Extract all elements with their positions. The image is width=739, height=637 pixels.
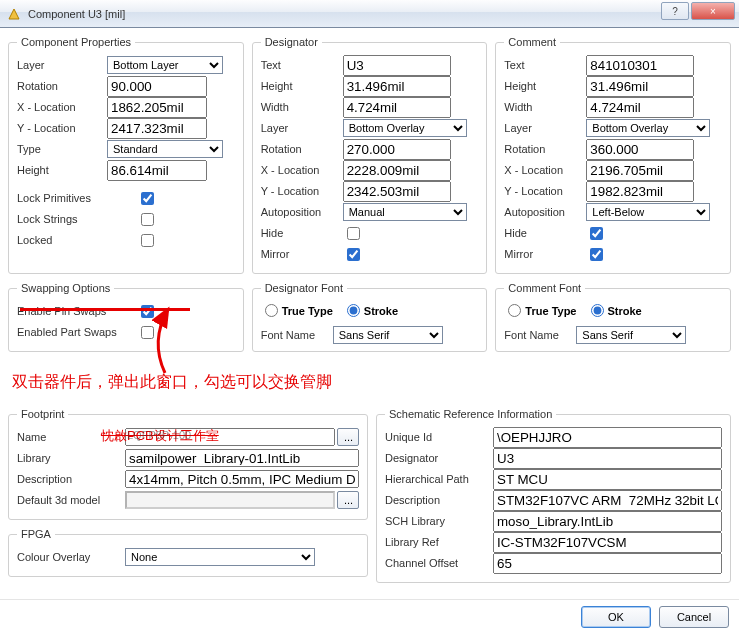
enabled-part-swaps-label: Enabled Part Swaps — [17, 326, 137, 338]
comm-autopos-label: Autoposition — [504, 206, 586, 218]
comm-text-label: Text — [504, 59, 586, 71]
enabled-part-swaps-checkbox[interactable] — [141, 326, 154, 339]
comment-font-legend: Comment Font — [504, 282, 585, 294]
component-properties-legend: Component Properties — [17, 36, 135, 48]
fp-name-browse-button[interactable]: ... — [337, 428, 359, 446]
colour-overlay-select[interactable]: None — [125, 548, 315, 566]
desfont-fontname-select[interactable]: Sans Serif — [333, 326, 443, 344]
desfont-stroke-radio[interactable] — [347, 304, 360, 317]
comm-width-input[interactable] — [586, 97, 694, 118]
schref-description-label: Description — [385, 494, 493, 506]
commfont-truetype-radio[interactable] — [508, 304, 521, 317]
des-hide-checkbox[interactable] — [347, 227, 360, 240]
fpga-group: FPGA Colour Overlay None — [8, 528, 368, 577]
des-rotation-input[interactable] — [343, 139, 451, 160]
rotation-input[interactable] — [107, 76, 207, 97]
lock-strings-label: Lock Strings — [17, 213, 137, 225]
xloc-input[interactable] — [107, 97, 207, 118]
comm-yloc-label: Y - Location — [504, 185, 586, 197]
schref-designator-input[interactable] — [493, 448, 722, 469]
layer-label: Layer — [17, 59, 107, 71]
schlib-input[interactable] — [493, 511, 722, 532]
des-xloc-input[interactable] — [343, 160, 451, 181]
fp-library-label: Library — [17, 452, 125, 464]
comm-yloc-input[interactable] — [586, 181, 694, 202]
fp-description-label: Description — [17, 473, 125, 485]
type-select[interactable]: Standard — [107, 140, 223, 158]
des-height-label: Height — [261, 80, 343, 92]
yloc-label: Y - Location — [17, 122, 107, 134]
desfont-fontname-label: Font Name — [261, 329, 333, 341]
comm-autopos-select[interactable]: Left-Below — [586, 203, 710, 221]
des-width-label: Width — [261, 101, 343, 113]
des-autopos-label: Autoposition — [261, 206, 343, 218]
hierpath-input[interactable] — [493, 469, 722, 490]
titlebar: Component U3 [mil] ? × — [0, 0, 739, 28]
commfont-truetype-radio-label[interactable]: True Type — [508, 304, 576, 317]
height-label: Height — [17, 164, 107, 176]
comment-font-group: Comment Font True Type Stroke Font Name … — [495, 282, 731, 352]
des-text-input[interactable] — [343, 55, 451, 76]
libref-input[interactable] — [493, 532, 722, 553]
des-yloc-label: Y - Location — [261, 185, 343, 197]
enable-pin-swaps-label: Enable Pin Swaps — [17, 305, 137, 317]
comm-mirror-checkbox[interactable] — [590, 248, 603, 261]
comment-group: Comment Text Height Width Layer Bottom O… — [495, 36, 731, 274]
comm-text-input[interactable] — [586, 55, 694, 76]
ok-button[interactable]: OK — [581, 606, 651, 628]
comm-layer-select[interactable]: Bottom Overlay — [586, 119, 710, 137]
lock-strings-checkbox[interactable] — [141, 213, 154, 226]
colour-overlay-label: Colour Overlay — [17, 551, 125, 563]
component-properties-group: Component Properties Layer Bottom Layer … — [8, 36, 244, 274]
cancel-button[interactable]: Cancel — [659, 606, 729, 628]
locked-checkbox[interactable] — [141, 234, 154, 247]
yloc-input[interactable] — [107, 118, 207, 139]
fp-name-input[interactable] — [125, 428, 335, 446]
hierpath-label: Hierarchical Path — [385, 473, 493, 485]
comm-height-input[interactable] — [586, 76, 694, 97]
channeloffset-input[interactable] — [493, 553, 722, 574]
enable-pin-swaps-checkbox[interactable] — [141, 305, 154, 318]
uniqueid-input[interactable] — [493, 427, 722, 448]
commfont-fontname-select[interactable]: Sans Serif — [576, 326, 686, 344]
des-xloc-label: X - Location — [261, 164, 343, 176]
des-autopos-select[interactable]: Manual — [343, 203, 467, 221]
comm-xloc-label: X - Location — [504, 164, 586, 176]
schref-description-input[interactable] — [493, 490, 722, 511]
comm-hide-checkbox[interactable] — [590, 227, 603, 240]
fpga-legend: FPGA — [17, 528, 55, 540]
designator-font-group: Designator Font True Type Stroke Font Na… — [252, 282, 488, 352]
comm-rotation-input[interactable] — [586, 139, 694, 160]
des-width-input[interactable] — [343, 97, 451, 118]
close-button[interactable]: × — [691, 2, 735, 20]
comm-mirror-label: Mirror — [504, 248, 586, 260]
desfont-stroke-radio-label[interactable]: Stroke — [347, 304, 398, 317]
fp-default3d-label: Default 3d model — [17, 494, 125, 506]
des-layer-select[interactable]: Bottom Overlay — [343, 119, 467, 137]
help-button[interactable]: ? — [661, 2, 689, 20]
layer-select[interactable]: Bottom Layer — [107, 56, 223, 74]
des-yloc-input[interactable] — [343, 181, 451, 202]
fp-description-input[interactable] — [125, 470, 359, 488]
footprint-legend: Footprint — [17, 408, 68, 420]
rotation-label: Rotation — [17, 80, 107, 92]
lock-primitives-label: Lock Primitives — [17, 192, 137, 204]
des-rotation-label: Rotation — [261, 143, 343, 155]
desfont-truetype-radio-label[interactable]: True Type — [265, 304, 333, 317]
comm-xloc-input[interactable] — [586, 160, 694, 181]
designator-legend: Designator — [261, 36, 322, 48]
desfont-truetype-radio[interactable] — [265, 304, 278, 317]
lock-primitives-checkbox[interactable] — [141, 192, 154, 205]
fp-library-input[interactable] — [125, 449, 359, 467]
window-title: Component U3 [mil] — [28, 8, 125, 20]
des-height-input[interactable] — [343, 76, 451, 97]
des-mirror-checkbox[interactable] — [347, 248, 360, 261]
commfont-stroke-radio-label[interactable]: Stroke — [591, 304, 642, 317]
des-hide-label: Hide — [261, 227, 343, 239]
commfont-stroke-radio[interactable] — [591, 304, 604, 317]
libref-label: Library Ref — [385, 536, 493, 548]
schematic-reference-group: Schematic Reference Information Unique I… — [376, 408, 731, 583]
fp-default3d-browse-button[interactable]: ... — [337, 491, 359, 509]
height-input[interactable] — [107, 160, 207, 181]
xloc-label: X - Location — [17, 101, 107, 113]
